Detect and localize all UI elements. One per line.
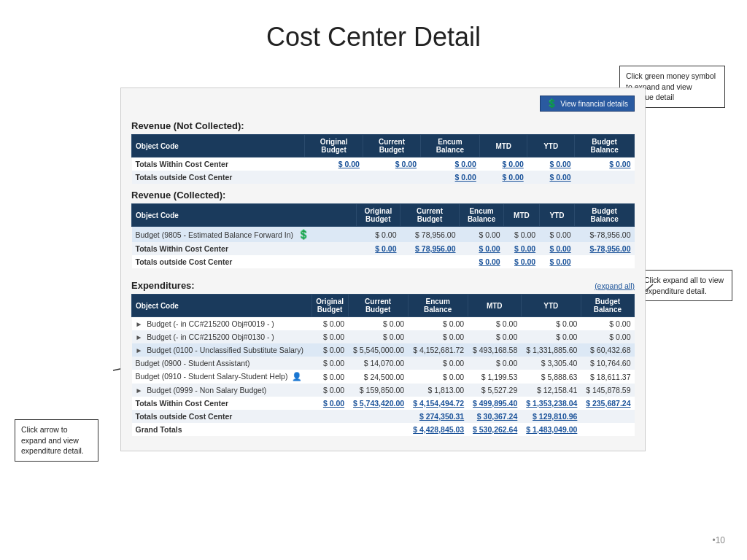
exp-col-original-budget: OriginalBudget <box>311 295 348 317</box>
rnc-col-object-code: Object Code <box>132 135 305 158</box>
rc-tw-curr: $ 78,956.00 <box>400 242 459 255</box>
rnc-col-mtd: MTD <box>480 135 527 158</box>
rc-to-encum: $ 0.00 <box>460 255 504 268</box>
expand-arrow-icon-5[interactable]: ► <box>136 386 143 394</box>
expenditures-table: Object Code OriginalBudget CurrentBudget… <box>131 294 635 436</box>
expand-arrow-icon-2[interactable]: ► <box>136 346 143 354</box>
rnc-totals-within-row: Totals Within Cost Center $ 0.00 $ 0.00 … <box>132 158 635 171</box>
revenue-collected-table: Object Code OriginalBudget CurrentBudget… <box>131 203 635 268</box>
rc-col-budget-balance: BudgetBalance <box>575 204 635 227</box>
green-dollar-icon[interactable]: 💲 <box>298 229 309 240</box>
exp-row-1: ► Budget (- in CC#215200 Obj#0130 - ) $ … <box>132 330 635 343</box>
rc-header-row: Object Code OriginalBudget CurrentBudget… <box>132 204 635 227</box>
exp-row4-label: Budget (0910 - Student Salary-Student He… <box>132 370 312 384</box>
rc-row0-bb: $-78,956.00 <box>575 227 635 243</box>
rc-to-ytd: $ 0.00 <box>539 255 575 268</box>
exp-totals-outside-label: Totals outside Cost Center <box>132 410 312 423</box>
rnc-to-curr <box>363 171 420 184</box>
revenue-not-collected-title: Revenue (Not Collected): <box>131 120 635 131</box>
exp-row-3: Budget (0900 - Student Assistant) $ 0.00… <box>132 357 635 370</box>
expenditures-header: Expenditures: (expand all) <box>131 274 635 294</box>
rnc-totals-within-label: Totals Within Cost Center <box>132 158 305 171</box>
rnc-tw-mtd: $ 0.00 <box>480 158 527 171</box>
rc-col-object-code: Object Code <box>132 204 357 227</box>
rc-row0-encum: $ 0.00 <box>460 227 504 243</box>
exp-totals-outside-row: Totals outside Cost Center $ 274,350.31 … <box>132 410 635 423</box>
exp-col-mtd: MTD <box>468 295 521 317</box>
main-container: 💲 View financial details Revenue (Not Co… <box>120 88 646 451</box>
rc-col-ytd: YTD <box>539 204 575 227</box>
rc-tw-bb: $-78,956.00 <box>575 242 635 255</box>
money-icon: 💲 <box>546 98 557 109</box>
exp-grand-totals-label: Grand Totals <box>132 423 312 436</box>
expand-all-link[interactable]: (expand all) <box>595 281 635 290</box>
exp-row-0: ► Budget (- in CC#215200 Obj#0019 - ) $ … <box>132 317 635 331</box>
exp-row-2: ► Budget (0100 - Unclassified Substitute… <box>132 343 635 357</box>
rnc-col-ytd: YTD <box>527 135 575 158</box>
rc-tw-ytd: $ 0.00 <box>539 242 575 255</box>
exp-row-5: ► Budget (0999 - Non Salary Budget) $ 0.… <box>132 384 635 397</box>
exp-row5-label: ► Budget (0999 - Non Salary Budget) <box>132 384 312 397</box>
rc-to-mtd: $ 0.00 <box>504 255 540 268</box>
rc-to-orig <box>356 255 400 268</box>
person-icon: 👤 <box>292 372 302 381</box>
exp-row-4: Budget (0910 - Student Salary-Student He… <box>132 370 635 384</box>
rc-tw-mtd: $ 0.00 <box>504 242 540 255</box>
rc-row0-label: Budget (9805 - Estimated Balance Forward… <box>132 227 357 243</box>
rc-totals-within-row: Totals Within Cost Center $ 0.00 $ 78,95… <box>132 242 635 255</box>
exp-header-row: Object Code OriginalBudget CurrentBudget… <box>132 295 635 317</box>
revenue-collected-title: Revenue (Collected): <box>131 190 635 201</box>
view-financial-details-button[interactable]: 💲 View financial details <box>540 96 635 112</box>
expand-arrow-icon-1[interactable]: ► <box>136 333 143 341</box>
rnc-to-encum: $ 0.00 <box>420 171 480 184</box>
exp-col-budget-balance: BudgetBalance <box>581 295 634 317</box>
rnc-to-orig <box>304 171 363 184</box>
exp-totals-within-label: Totals Within Cost Center <box>132 397 312 410</box>
rnc-tw-encum: $ 0.00 <box>420 158 480 171</box>
exp-grand-totals-row: Grand Totals $ 4,428,845.03 $ 530,262.64… <box>132 423 635 436</box>
rnc-tw-orig: $ 0.00 <box>304 158 363 171</box>
revenue-not-collected-table: Object Code OriginalBudget CurrentBudget… <box>131 134 635 184</box>
rnc-to-mtd: $ 0.00 <box>480 171 527 184</box>
rc-row0-orig: $ 0.00 <box>356 227 400 243</box>
rc-col-encum-balance: EncumBalance <box>460 204 504 227</box>
callout-arrow-expand: Click arrow to expand and view expenditu… <box>15 419 98 462</box>
exp-col-encum-balance: EncumBalance <box>408 295 468 317</box>
rnc-totals-outside-label: Totals outside Cost Center <box>132 171 305 184</box>
rnc-header-row: Object Code OriginalBudget CurrentBudget… <box>132 135 635 158</box>
exp-col-current-budget: CurrentBudget <box>348 295 408 317</box>
rc-row0-curr: $ 78,956.00 <box>400 227 459 243</box>
page-title: Cost Center Detail <box>0 0 747 67</box>
exp-row0-label: ► Budget (- in CC#215200 Obj#0019 - ) <box>132 317 312 331</box>
vfd-button-row: 💲 View financial details <box>131 96 635 114</box>
exp-totals-within-row: Totals Within Cost Center $ 0.00 $ 5,743… <box>132 397 635 410</box>
rnc-tw-ytd: $ 0.00 <box>527 158 575 171</box>
rnc-tw-curr: $ 0.00 <box>363 158 420 171</box>
rnc-to-ytd: $ 0.00 <box>527 171 575 184</box>
rnc-col-budget-balance: BudgetBalance <box>575 135 635 158</box>
rc-col-original-budget: OriginalBudget <box>356 204 400 227</box>
exp-col-ytd: YTD <box>521 295 581 317</box>
rc-totals-outside-label: Totals outside Cost Center <box>132 255 357 268</box>
rc-row0-mtd: $ 0.00 <box>504 227 540 243</box>
exp-col-object-code: Object Code <box>132 295 312 317</box>
rc-to-curr <box>400 255 459 268</box>
rnc-tw-bb: $ 0.00 <box>575 158 635 171</box>
rc-totals-outside-row: Totals outside Cost Center $ 0.00 $ 0.00… <box>132 255 635 268</box>
expand-arrow-icon-0[interactable]: ► <box>136 320 143 328</box>
rc-to-bb <box>575 255 635 268</box>
rc-tw-encum: $ 0.00 <box>460 242 504 255</box>
rnc-to-bb <box>575 171 635 184</box>
expenditures-title: Expenditures: <box>131 280 195 291</box>
exp-row2-label: ► Budget (0100 - Unclassified Substitute… <box>132 343 312 357</box>
exp-row3-label: Budget (0900 - Student Assistant) <box>132 357 312 370</box>
page-number: •10 <box>712 535 725 545</box>
rc-data-row-0: Budget (9805 - Estimated Balance Forward… <box>132 227 635 243</box>
rnc-col-current-budget: CurrentBudget <box>363 135 420 158</box>
rnc-totals-outside-row: Totals outside Cost Center $ 0.00 $ 0.00… <box>132 171 635 184</box>
rc-col-current-budget: CurrentBudget <box>400 204 459 227</box>
rnc-col-encum-balance: EncumBalance <box>420 135 480 158</box>
rc-col-mtd: MTD <box>504 204 540 227</box>
rc-totals-within-label: Totals Within Cost Center <box>132 242 357 255</box>
exp-row1-label: ► Budget (- in CC#215200 Obj#0130 - ) <box>132 330 312 343</box>
